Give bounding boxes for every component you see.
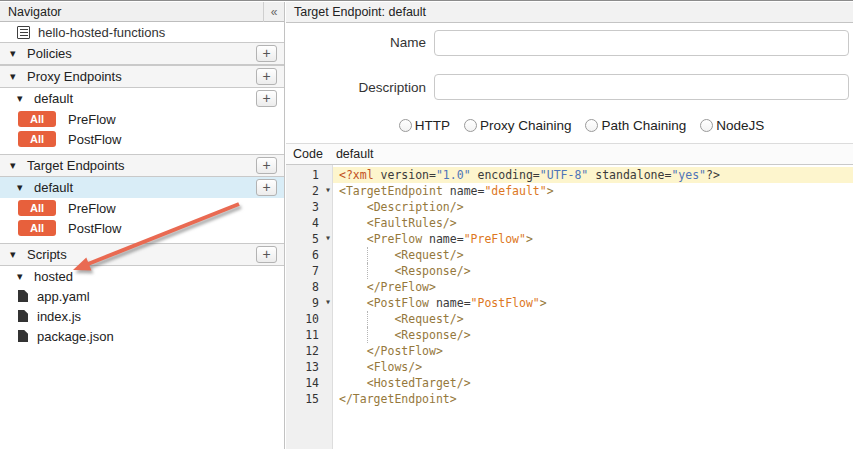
code-line-14[interactable]: <HostedTarget/>: [333, 375, 853, 391]
radio-proxy-chaining[interactable]: Proxy Chaining: [464, 118, 572, 133]
xml-code-editor[interactable]: 12▾345▾6789▾101112131415 <?xml version="…: [286, 165, 853, 449]
section-header-policies[interactable]: ▾Policies+: [0, 42, 284, 65]
collapse-triangle-icon: ▾: [17, 182, 28, 193]
item-label: PreFlow: [68, 201, 116, 216]
radio-circle-icon[interactable]: [399, 119, 412, 132]
radio-http[interactable]: HTTP: [399, 118, 450, 133]
code-line-2[interactable]: <TargetEndpoint name="default">: [333, 183, 853, 199]
code-line-1[interactable]: <?xml version="1.0" encoding="UTF-8" sta…: [333, 167, 853, 183]
name-label: Name: [286, 35, 426, 50]
line-number: 13: [286, 359, 332, 375]
add-button[interactable]: +: [256, 45, 277, 62]
endpoint-form: Name Description HTTPProxy ChainingPath …: [286, 23, 853, 144]
indent-guide: [367, 327, 368, 343]
description-label: Description: [286, 80, 426, 95]
detail-panel: Target Endpoint: default Name Descriptio…: [286, 2, 853, 449]
line-number: 9▾: [286, 295, 332, 311]
section-items: ▾hostedapp.yamlindex.jspackage.json: [0, 266, 284, 351]
radio-nodejs[interactable]: NodeJS: [700, 118, 764, 133]
code-line-13[interactable]: <Flows/>: [333, 359, 853, 375]
section-label: Scripts: [27, 247, 67, 262]
line-number: 5▾: [286, 231, 332, 247]
indent-guide: [367, 247, 368, 263]
code-bar-label: Code: [293, 147, 323, 161]
item-label: hosted: [34, 269, 73, 284]
editor-code-area[interactable]: <?xml version="1.0" encoding="UTF-8" sta…: [333, 165, 853, 449]
code-bar: Code default: [286, 144, 853, 165]
group-item-default[interactable]: ▾default+: [0, 88, 284, 109]
code-line-9[interactable]: <PostFlow name="PostFlow">: [333, 295, 853, 311]
collapse-triangle-icon: ▾: [17, 93, 28, 104]
add-button[interactable]: +: [256, 157, 277, 174]
radio-label: HTTP: [415, 118, 450, 133]
navigator-header: Navigator «: [0, 2, 284, 22]
condition-badge: All: [18, 200, 56, 216]
section-items: ▾default+AllPreFlowAllPostFlow: [0, 177, 284, 243]
collapse-triangle-icon: ▾: [10, 160, 21, 171]
code-line-6[interactable]: <Request/>: [333, 247, 853, 263]
line-number: 14: [286, 375, 332, 391]
section-label: Policies: [27, 46, 72, 61]
radio-circle-icon[interactable]: [464, 119, 477, 132]
radio-path-chaining[interactable]: Path Chaining: [585, 118, 686, 133]
collapse-triangle-icon: ▾: [10, 71, 21, 82]
file-item-app-yaml[interactable]: app.yaml: [0, 286, 284, 306]
item-label: index.js: [37, 309, 81, 324]
proxy-overview-icon: [17, 26, 30, 39]
file-item-index-js[interactable]: index.js: [0, 306, 284, 326]
code-line-15[interactable]: </TargetEndpoint>: [333, 391, 853, 407]
code-line-3[interactable]: <Description/>: [333, 199, 853, 215]
name-input[interactable]: [434, 30, 849, 56]
item-label: PreFlow: [68, 112, 116, 127]
radio-circle-icon[interactable]: [585, 119, 598, 132]
radio-label: NodeJS: [716, 118, 764, 133]
add-button[interactable]: +: [256, 90, 277, 107]
code-line-10[interactable]: <Request/>: [333, 311, 853, 327]
folder-item-hosted[interactable]: ▾hosted: [0, 266, 284, 286]
collapse-triangle-icon: ▾: [17, 271, 28, 282]
radio-label: Path Chaining: [601, 118, 686, 133]
radio-circle-icon[interactable]: [700, 119, 713, 132]
code-line-11[interactable]: <Response/>: [333, 327, 853, 343]
code-line-7[interactable]: <Response/>: [333, 263, 853, 279]
code-line-4[interactable]: <FaultRules/>: [333, 215, 853, 231]
collapse-panel-button[interactable]: «: [263, 2, 284, 22]
code-line-5[interactable]: <PreFlow name="PreFlow">: [333, 231, 853, 247]
line-number: 8: [286, 279, 332, 295]
code-fold-icon[interactable]: ▾: [325, 185, 331, 195]
proxy-root-label: hello-hosted-functions: [38, 25, 165, 40]
collapse-triangle-icon: ▾: [10, 48, 21, 59]
file-item-package-json[interactable]: package.json: [0, 326, 284, 346]
section-header-scripts[interactable]: ▾Scripts+: [0, 243, 284, 266]
indent-guide: [367, 263, 368, 279]
description-input[interactable]: [434, 74, 849, 100]
code-line-12[interactable]: </PostFlow>: [333, 343, 853, 359]
section-header-target-endpoints[interactable]: ▾Target Endpoints+: [0, 154, 284, 177]
radio-label: Proxy Chaining: [480, 118, 572, 133]
flow-item-preflow[interactable]: AllPreFlow: [0, 109, 284, 129]
item-label: default: [34, 91, 73, 106]
navigator-panel: Navigator « hello-hosted-functions ▾Poli…: [0, 2, 285, 449]
line-number: 3: [286, 199, 332, 215]
flow-item-postflow[interactable]: AllPostFlow: [0, 129, 284, 149]
proxy-root-item[interactable]: hello-hosted-functions: [0, 22, 284, 42]
line-number: 15: [286, 391, 332, 407]
line-number: 1: [286, 167, 332, 183]
flow-item-postflow[interactable]: AllPostFlow: [0, 218, 284, 238]
add-button[interactable]: +: [256, 246, 277, 263]
add-button[interactable]: +: [256, 68, 277, 85]
collapse-triangle-icon: ▾: [10, 249, 21, 260]
navigator-title: Navigator: [8, 5, 62, 19]
flow-item-preflow[interactable]: AllPreFlow: [0, 198, 284, 218]
detail-title: Target Endpoint: default: [294, 5, 426, 19]
add-button[interactable]: +: [256, 179, 277, 196]
code-line-8[interactable]: </PreFlow>: [333, 279, 853, 295]
item-label: default: [34, 180, 73, 195]
section-header-proxy-endpoints[interactable]: ▾Proxy Endpoints+: [0, 65, 284, 88]
code-fold-icon[interactable]: ▾: [325, 297, 331, 307]
section-label: Proxy Endpoints: [27, 69, 122, 84]
line-number: 2▾: [286, 183, 332, 199]
item-label: app.yaml: [37, 289, 90, 304]
group-item-default[interactable]: ▾default+: [0, 177, 284, 198]
code-fold-icon[interactable]: ▾: [325, 233, 331, 243]
